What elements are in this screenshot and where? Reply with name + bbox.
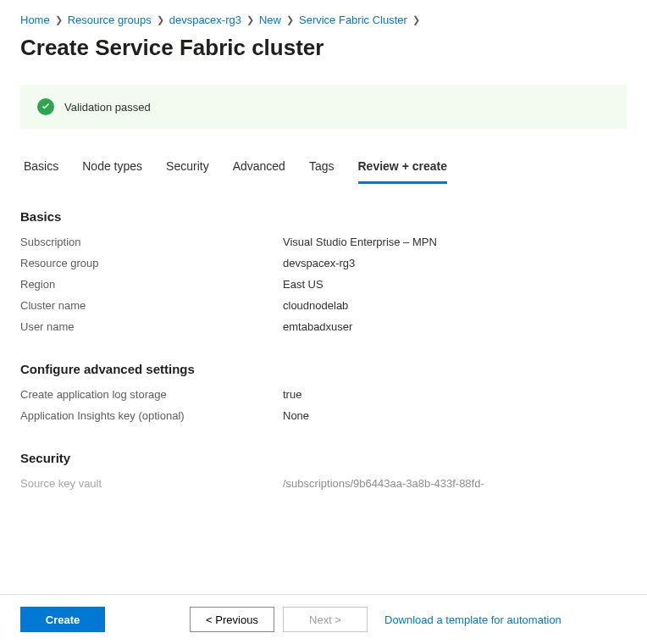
summary-key-region: Region [20, 278, 283, 291]
summary-key-key-vault: Source key vault [20, 477, 283, 490]
summary-row: Create application log storage true [20, 388, 627, 401]
summary-val-cluster-name: cloudnodelab [283, 299, 627, 312]
summary-val-subscription: Visual Studio Enterprise – MPN [283, 236, 627, 248]
summary-val-log-storage: true [283, 388, 627, 401]
breadcrumb-resource-groups[interactable]: Resource groups [68, 14, 152, 26]
download-template-link[interactable]: Download a template for automation [384, 613, 561, 626]
summary-key-resource-group: Resource group [20, 257, 283, 269]
footer: Create < Previous Next > Download a temp… [0, 594, 647, 644]
breadcrumb-new[interactable]: New [259, 14, 281, 26]
summary-row: Subscription Visual Studio Enterprise – … [20, 236, 627, 248]
summary-val-region: East US [283, 278, 627, 291]
section-header-basics: Basics [20, 209, 627, 224]
create-button[interactable]: Create [20, 607, 105, 632]
section-basics: Basics Subscription Visual Studio Enterp… [20, 209, 627, 333]
section-header-security: Security [20, 451, 627, 465]
tab-basics[interactable]: Basics [24, 154, 58, 184]
breadcrumb-home[interactable]: Home [20, 14, 50, 26]
summary-row: Application Insights key (optional) None [20, 409, 627, 422]
summary-val-resource-group: devspacex-rg3 [283, 257, 627, 269]
tab-review-create[interactable]: Review + create [358, 154, 447, 184]
chevron-right-icon: ❯ [55, 14, 63, 25]
tab-tags[interactable]: Tags [309, 154, 335, 184]
summary-row: Source key vault /subscriptions/9b6443aa… [20, 477, 627, 490]
chevron-right-icon: ❯ [286, 14, 294, 25]
validation-message: Validation passed [64, 101, 151, 114]
tab-security[interactable]: Security [166, 154, 209, 184]
chevron-right-icon: ❯ [246, 14, 254, 25]
summary-key-log-storage: Create application log storage [20, 388, 283, 401]
summary-row: Cluster name cloudnodelab [20, 299, 627, 312]
summary-row: Region East US [20, 278, 627, 291]
chevron-right-icon: ❯ [157, 14, 164, 25]
section-security: Security Source key vault /subscriptions… [20, 451, 627, 490]
section-header-advanced: Configure advanced settings [20, 362, 627, 376]
page-title: Create Service Fabric cluster [20, 35, 627, 61]
breadcrumb-service-fabric-cluster[interactable]: Service Fabric Cluster [299, 14, 407, 26]
breadcrumb: Home ❯ Resource groups ❯ devspacex-rg3 ❯… [20, 14, 627, 26]
summary-row: User name emtabadxuser [20, 320, 627, 333]
next-button: Next > [283, 607, 368, 632]
breadcrumb-rg3[interactable]: devspacex-rg3 [169, 14, 241, 26]
tab-node-types[interactable]: Node types [82, 154, 142, 184]
summary-row: Resource group devspacex-rg3 [20, 257, 627, 269]
summary-key-subscription: Subscription [20, 236, 283, 248]
summary-key-app-insights: Application Insights key (optional) [20, 409, 283, 422]
summary-key-cluster-name: Cluster name [20, 299, 283, 312]
check-circle-icon [37, 98, 54, 115]
summary-val-key-vault: /subscriptions/9b6443aa-3a8b-433f-88fd- [283, 477, 627, 490]
chevron-right-icon: ❯ [412, 14, 420, 25]
previous-button[interactable]: < Previous [190, 607, 274, 632]
summary-val-user-name: emtabadxuser [283, 320, 627, 333]
tabs: Basics Node types Security Advanced Tags… [24, 154, 623, 184]
summary-val-app-insights: None [283, 409, 627, 422]
summary-key-user-name: User name [20, 320, 283, 333]
section-advanced: Configure advanced settings Create appli… [20, 362, 627, 422]
tab-advanced[interactable]: Advanced [233, 154, 285, 184]
validation-banner: Validation passed [20, 85, 627, 129]
